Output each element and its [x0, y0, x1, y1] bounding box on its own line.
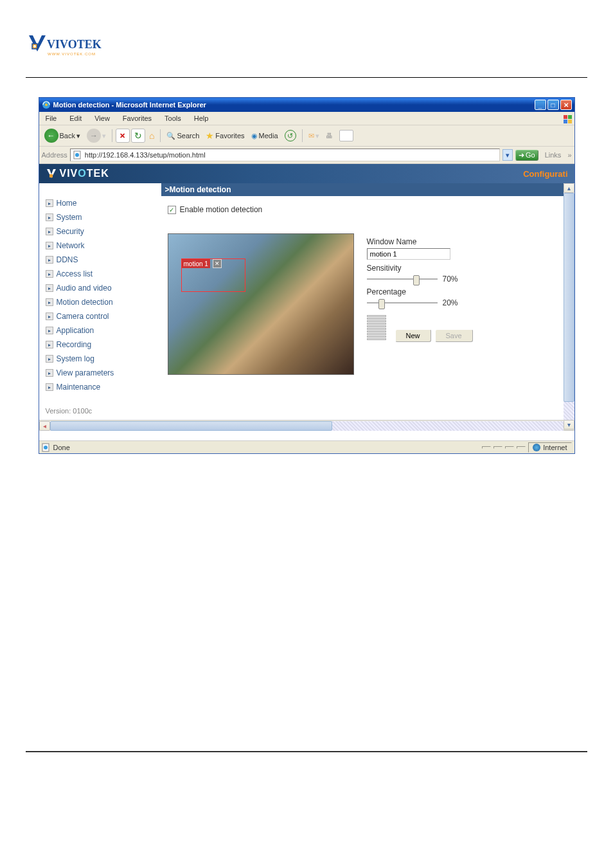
- new-button[interactable]: New: [395, 329, 431, 342]
- statusbar: Done Internet: [39, 440, 574, 453]
- svg-rect-12: [49, 174, 53, 177]
- chevron-right-icon[interactable]: »: [567, 151, 571, 159]
- scroll-track[interactable]: [564, 193, 574, 420]
- favorites-button[interactable]: ★ Favorites: [203, 129, 247, 142]
- refresh-icon: ↻: [134, 131, 142, 141]
- controls-column: Window Name Sensitivity 70% Percentage 2…: [367, 233, 483, 375]
- slider-thumb[interactable]: [378, 299, 385, 309]
- sidebar-item-home[interactable]: ▸Home: [44, 196, 156, 210]
- stop-icon: ✕: [120, 132, 125, 140]
- scroll-thumb[interactable]: [564, 193, 574, 402]
- arrow-icon: ▸: [46, 327, 53, 334]
- search-icon: 🔍: [166, 132, 175, 140]
- svg-rect-7: [568, 115, 572, 119]
- media-button[interactable]: ◉ Media: [249, 131, 281, 141]
- arrow-icon: ▸: [46, 228, 53, 235]
- scroll-up-icon[interactable]: ▴: [564, 183, 574, 193]
- address-input[interactable]: http://192.168.4.133/setup/motion.html: [70, 149, 500, 161]
- sensitivity-value: 70%: [443, 275, 458, 284]
- search-button[interactable]: 🔍 Search: [164, 131, 202, 141]
- main-panel: >Motion detection ✓ Enable motion detect…: [161, 183, 574, 420]
- save-button[interactable]: Save: [435, 329, 473, 342]
- arrow-icon: ▸: [46, 199, 53, 207]
- menu-edit[interactable]: Edit: [66, 113, 85, 123]
- stop-button[interactable]: ✕: [116, 129, 130, 143]
- refresh-button[interactable]: ↻: [131, 129, 145, 143]
- window-name-label: Window Name: [367, 237, 483, 246]
- back-button[interactable]: ← Back ▾: [42, 127, 83, 144]
- print-button[interactable]: 🖶: [323, 131, 335, 141]
- percentage-slider[interactable]: [367, 302, 438, 303]
- scroll-left-icon[interactable]: ◂: [39, 421, 50, 431]
- slider-thumb[interactable]: [413, 275, 420, 285]
- addressbar: Address http://192.168.4.133/setup/motio…: [39, 147, 574, 164]
- svg-point-5: [45, 104, 48, 106]
- arrow-icon: ▸: [46, 270, 53, 278]
- level-meter: [367, 315, 386, 347]
- sidebar-item-audio-video[interactable]: ▸Audio and video: [44, 281, 156, 295]
- menubar: File Edit View Favorites Tools Help: [39, 112, 574, 125]
- svg-point-1: [33, 45, 36, 48]
- horizontal-scrollbar[interactable]: ◂ ▸: [39, 420, 574, 431]
- config-label: Configurati: [523, 169, 567, 179]
- motion-window-rect[interactable]: motion 1 ✕: [181, 258, 245, 292]
- sidebar-item-recording[interactable]: ▸Recording: [44, 338, 156, 352]
- close-button[interactable]: ✕: [560, 100, 572, 110]
- maximize-button[interactable]: □: [547, 100, 559, 110]
- video-preview[interactable]: motion 1 ✕: [168, 233, 354, 375]
- menu-help[interactable]: Help: [190, 113, 213, 123]
- svg-text:WWW.VIVOTEK.COM: WWW.VIVOTEK.COM: [48, 52, 96, 56]
- history-button[interactable]: ↺: [282, 129, 299, 143]
- menu-file[interactable]: File: [42, 113, 61, 123]
- svg-point-11: [75, 153, 79, 157]
- sidebar: ▸Home ▸System ▸Security ▸Network ▸DDNS ▸…: [39, 183, 161, 420]
- sidebar-item-system[interactable]: ▸System: [44, 210, 156, 224]
- sidebar-item-ddns[interactable]: ▸DDNS: [44, 253, 156, 267]
- sidebar-item-camera-control[interactable]: ▸Camera control: [44, 309, 156, 323]
- separator: [160, 129, 161, 142]
- motion-window-close[interactable]: ✕: [213, 259, 222, 268]
- sidebar-item-system-log[interactable]: ▸System log: [44, 352, 156, 366]
- scroll-thumb[interactable]: [50, 421, 332, 431]
- browser-window: Motion detection - Microsoft Internet Ex…: [39, 97, 575, 454]
- window-name-input[interactable]: [367, 248, 450, 260]
- menu-tools[interactable]: Tools: [161, 113, 185, 123]
- sensitivity-slider[interactable]: [367, 278, 438, 280]
- arrow-icon: ▸: [46, 213, 53, 221]
- history-icon: ↺: [285, 130, 296, 141]
- sidebar-item-access-list[interactable]: ▸Access list: [44, 267, 156, 281]
- ie-icon: [42, 100, 51, 109]
- svg-rect-6: [564, 115, 567, 119]
- mail-button[interactable]: ✉▾: [306, 131, 322, 141]
- enable-motion-checkbox-row[interactable]: ✓ Enable motion detection: [168, 205, 568, 214]
- forward-button[interactable]: → ▾: [84, 127, 109, 144]
- sidebar-item-security[interactable]: ▸Security: [44, 224, 156, 239]
- sidebar-item-motion-detection[interactable]: ▸Motion detection: [44, 295, 156, 309]
- edit-button[interactable]: [337, 129, 356, 143]
- back-icon: ←: [44, 129, 58, 143]
- motion-window-title: motion 1: [182, 259, 210, 268]
- status-text: Done: [53, 444, 70, 451]
- scroll-down-icon[interactable]: ▾: [564, 420, 574, 429]
- home-button[interactable]: ⌂: [147, 129, 157, 142]
- scroll-track[interactable]: [50, 421, 564, 431]
- links-label[interactable]: Links: [541, 151, 565, 159]
- sidebar-item-network[interactable]: ▸Network: [44, 239, 156, 253]
- globe-icon: [533, 444, 540, 451]
- arrow-icon: ▸: [46, 312, 53, 320]
- address-dropdown[interactable]: ▾: [502, 149, 513, 161]
- checkbox-icon[interactable]: ✓: [168, 206, 176, 214]
- sidebar-item-maintenance[interactable]: ▸Maintenance: [44, 380, 156, 394]
- menu-view[interactable]: View: [91, 113, 114, 123]
- arrow-icon: ▸: [46, 284, 53, 292]
- page-icon: [73, 150, 82, 159]
- page-header: VIVOTEK Configurati: [39, 164, 574, 183]
- svg-rect-8: [564, 120, 567, 123]
- minimize-button[interactable]: _: [535, 100, 546, 110]
- menu-favorites[interactable]: Favorites: [119, 113, 155, 123]
- print-icon: 🖶: [326, 132, 333, 140]
- vertical-scrollbar[interactable]: ▴ ▾: [564, 183, 574, 429]
- go-button[interactable]: ➜ Go: [515, 150, 538, 161]
- sidebar-item-application[interactable]: ▸Application: [44, 323, 156, 338]
- sidebar-item-view-parameters[interactable]: ▸View parameters: [44, 366, 156, 380]
